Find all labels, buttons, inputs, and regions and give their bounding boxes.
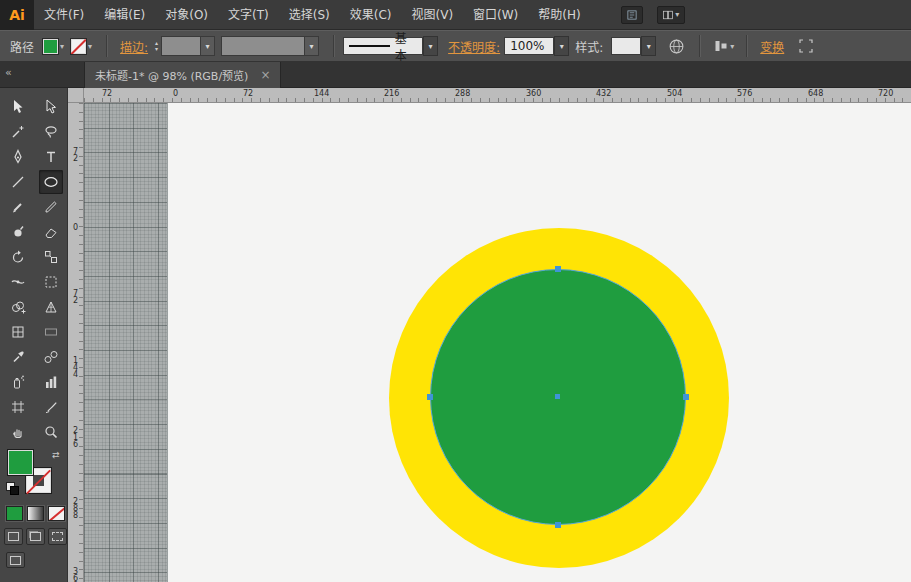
tool-artboard[interactable] (6, 395, 30, 419)
stroke-none-swatch[interactable] (70, 38, 87, 55)
swap-fill-stroke-icon[interactable]: ⇄ (52, 450, 60, 460)
bridge-icon[interactable] (621, 6, 643, 24)
menu-object[interactable]: 对象(O) (155, 0, 218, 30)
default-fill-stroke-icon[interactable] (6, 482, 18, 494)
ruler-label: 0 (173, 89, 178, 98)
transform-link[interactable]: 变换 (760, 38, 784, 55)
tool-symbol-sprayer[interactable] (6, 370, 30, 394)
style-swatch-dropdown[interactable] (611, 37, 641, 55)
fill-color-indicator[interactable] (8, 450, 33, 475)
stroke-style-dropdown[interactable]: 基本 (343, 37, 423, 55)
anchor-point-top[interactable] (555, 266, 561, 272)
menu-type[interactable]: 文字(T) (218, 0, 279, 30)
none-button[interactable] (48, 506, 65, 521)
tool-blend[interactable] (39, 345, 63, 369)
arrange-documents-icon[interactable]: ▾ (657, 6, 685, 24)
close-icon[interactable]: × (260, 68, 270, 82)
divider (699, 35, 701, 57)
draw-inside-button[interactable] (48, 528, 67, 545)
vertical-ruler[interactable]: 72 0 72 144 216 288 360 (68, 103, 84, 582)
tool-eyedropper[interactable] (6, 345, 30, 369)
chevron-down-icon: ▾ (60, 42, 64, 51)
draw-normal-button[interactable] (4, 528, 23, 545)
horizontal-ruler[interactable]: 72 0 72 144 216 288 360 432 504 576 648 … (84, 88, 911, 103)
ruler-label: 432 (596, 89, 611, 98)
menu-view[interactable]: 视图(V) (401, 0, 463, 30)
tool-selection[interactable] (6, 95, 30, 119)
menu-window[interactable]: 窗口(W) (463, 0, 528, 30)
tool-column-graph[interactable] (39, 370, 63, 394)
opacity-dropdown[interactable]: 100% (504, 37, 554, 55)
color-type-buttons (6, 506, 65, 521)
align-button[interactable]: ▾ (713, 38, 734, 54)
tool-gradient[interactable] (39, 320, 63, 344)
style-label: 样式: (575, 38, 603, 55)
tool-scale[interactable] (39, 245, 63, 269)
chevron-down-icon[interactable]: ▾ (200, 37, 214, 55)
tool-pen[interactable] (6, 145, 30, 169)
drawing-mode-buttons (4, 528, 67, 545)
tool-perspective-grid[interactable] (39, 295, 63, 319)
isolate-corners-icon[interactable] (798, 38, 814, 54)
tool-direct-selection[interactable] (39, 95, 63, 119)
divider (746, 35, 748, 57)
menu-edit[interactable]: 编辑(E) (94, 0, 155, 30)
document-setup-globe-icon[interactable] (668, 38, 685, 55)
tool-line-segment[interactable] (6, 170, 30, 194)
artboard-canvas[interactable] (84, 103, 911, 582)
tool-mesh[interactable] (6, 320, 30, 344)
chevron-down-icon: ▾ (675, 10, 679, 19)
tool-zoom[interactable] (39, 420, 63, 444)
stroke-width-stepper[interactable]: ▴▾ (155, 40, 158, 52)
tool-lasso[interactable] (39, 120, 63, 144)
opacity-value: 100% (510, 39, 544, 53)
stroke-link[interactable]: 描边: (120, 38, 148, 55)
tool-blob-brush[interactable] (6, 220, 30, 244)
tool-shape-builder[interactable] (6, 295, 30, 319)
width-profile-dropdown[interactable]: ▾ (221, 36, 319, 56)
menu-help[interactable]: 帮助(H) (528, 0, 590, 30)
chevron-down-icon: ▾ (730, 42, 734, 51)
tool-type[interactable] (39, 145, 63, 169)
opacity-arrow[interactable]: ▾ (554, 36, 569, 56)
center-point[interactable] (555, 394, 560, 399)
tool-slice[interactable] (39, 395, 63, 419)
tool-rotate[interactable] (6, 245, 30, 269)
panel-collapse-icon[interactable]: « (5, 66, 12, 79)
document-tab[interactable]: 未标题-1* @ 98% (RGB/预览) × (84, 62, 281, 88)
anchor-point-left[interactable] (427, 394, 433, 400)
fill-color-control[interactable]: ▾ (42, 38, 64, 55)
tool-width[interactable] (6, 270, 30, 294)
gradient-button[interactable] (27, 506, 44, 521)
ruler-label: 360 (526, 89, 541, 98)
tool-magic-wand[interactable] (6, 120, 30, 144)
context-label: 路径 (10, 38, 34, 55)
stroke-color-control[interactable]: ▾ (70, 38, 92, 55)
step-down-icon[interactable]: ▾ (155, 46, 158, 52)
ruler-label: 144 (314, 89, 329, 98)
document-title: 未标题-1* @ 98% (RGB/预览) (95, 67, 248, 83)
screen-mode-button[interactable] (6, 552, 25, 568)
tool-free-transform[interactable] (39, 270, 63, 294)
color-button[interactable] (6, 506, 23, 521)
ruler-origin-corner[interactable] (68, 88, 84, 103)
opacity-link[interactable]: 不透明度: (448, 38, 500, 55)
tool-ellipse[interactable] (39, 170, 63, 194)
menu-select[interactable]: 选择(S) (279, 0, 340, 30)
stroke-width-dropdown[interactable]: ▾ (161, 36, 215, 56)
menu-file[interactable]: 文件(F) (34, 0, 94, 30)
tool-eraser[interactable] (39, 220, 63, 244)
style-arrow[interactable]: ▾ (641, 36, 656, 56)
fill-swatch[interactable] (42, 38, 59, 55)
chevron-down-icon[interactable]: ▾ (304, 37, 318, 55)
tool-pencil[interactable] (39, 195, 63, 219)
menu-effect[interactable]: 效果(C) (340, 0, 402, 30)
anchor-point-bottom[interactable] (555, 522, 561, 528)
tool-paintbrush[interactable] (6, 195, 30, 219)
anchor-point-right[interactable] (683, 394, 689, 400)
stroke-style-arrow[interactable]: ▾ (423, 36, 438, 56)
draw-behind-button[interactable] (26, 528, 45, 545)
ruler-label: 504 (667, 89, 682, 98)
tool-hand[interactable] (6, 420, 30, 444)
ruler-label: 72 (243, 89, 253, 98)
